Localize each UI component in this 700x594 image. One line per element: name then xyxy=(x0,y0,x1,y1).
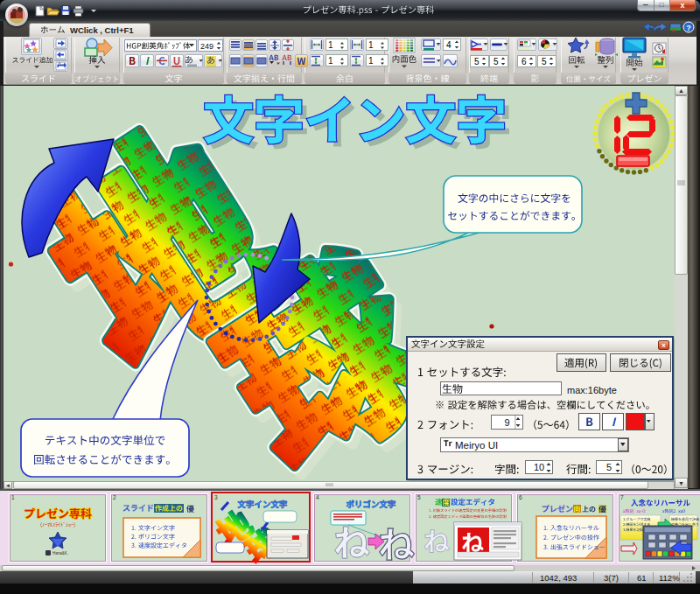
svg-text:6: 6 xyxy=(519,494,522,500)
svg-text:4: 4 xyxy=(316,494,319,500)
svg-text:1: 1 xyxy=(11,494,15,500)
svg-text:1: 1 xyxy=(368,40,374,50)
svg-text:1: 1 xyxy=(328,40,333,50)
svg-text:5: 5 xyxy=(417,494,421,500)
svg-text:Hana&K.: Hana&K. xyxy=(52,551,68,556)
svg-text:1: 1 xyxy=(368,56,374,66)
svg-text:2: 2 xyxy=(113,494,116,500)
svg-text:1: 1 xyxy=(328,56,333,66)
svg-text:7: 7 xyxy=(620,494,624,500)
svg-text:?: ? xyxy=(686,24,691,32)
svg-text:3: 3 xyxy=(214,494,218,500)
